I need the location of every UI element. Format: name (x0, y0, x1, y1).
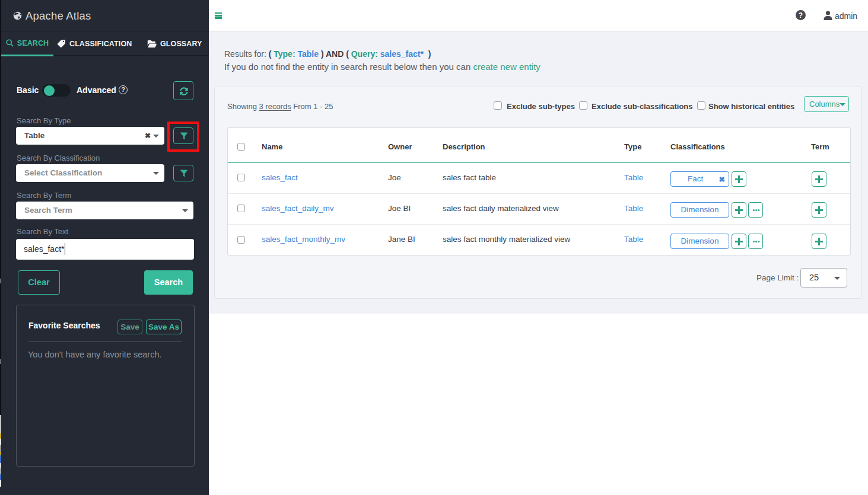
svg-text:?: ? (799, 11, 803, 20)
